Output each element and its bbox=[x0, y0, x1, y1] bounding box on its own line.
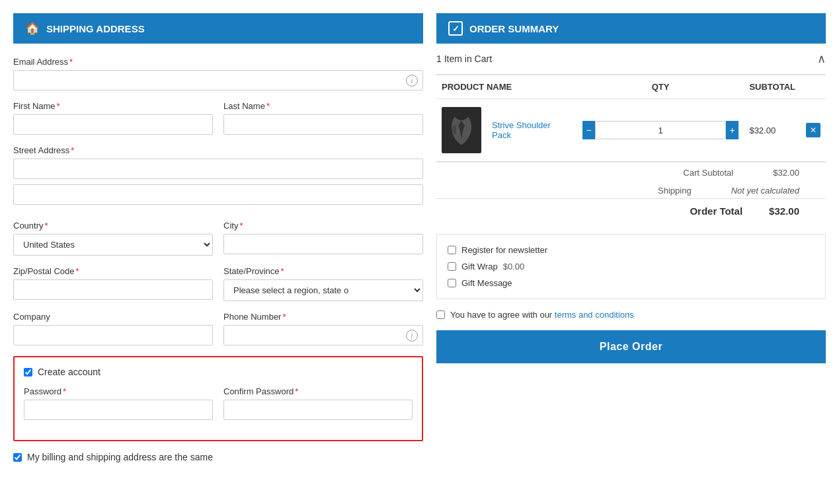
shipping-address-panel: 🏠 SHIPPING ADDRESS Email Address* i Firs… bbox=[13, 13, 423, 462]
order-summary-panel: ✓ ORDER SUMMARY 1 Item in Cart ∧ PRODUCT… bbox=[436, 13, 826, 462]
zip-state-row: Zip/Postal Code* State/Province* Please … bbox=[13, 266, 423, 301]
product-name-link[interactable]: Strive Shoulder Pack bbox=[492, 120, 551, 140]
col-product-name: PRODUCT NAME bbox=[436, 75, 577, 99]
newsletter-label: Register for newsletter bbox=[461, 245, 547, 255]
zip-input[interactable] bbox=[13, 279, 213, 300]
zip-group: Zip/Postal Code* bbox=[13, 266, 213, 301]
qty-input[interactable] bbox=[595, 121, 725, 139]
state-select[interactable]: Please select a region, state o bbox=[223, 279, 423, 301]
company-group: Company bbox=[13, 312, 213, 345]
gift-wrap-price: $0.00 bbox=[503, 262, 525, 271]
gift-message-checkbox[interactable] bbox=[448, 279, 456, 287]
qty-decrease-button[interactable]: − bbox=[582, 121, 596, 139]
gift-wrap-label: Gift Wrap bbox=[461, 262, 498, 271]
country-select[interactable]: United States bbox=[13, 234, 213, 256]
password-group: Password* bbox=[24, 386, 213, 420]
state-group: State/Province* Please select a region, … bbox=[223, 266, 423, 301]
shipping-row: Shipping Not yet calculated bbox=[436, 180, 826, 198]
order-summary-title: ORDER SUMMARY bbox=[469, 23, 559, 34]
col-qty: QTY bbox=[577, 75, 744, 99]
last-name-group: Last Name* bbox=[223, 101, 423, 135]
product-name-cell: Strive Shoulder Pack bbox=[487, 99, 577, 162]
email-group: Email Address* i bbox=[13, 57, 423, 90]
order-total-row: Order Total $32.00 bbox=[436, 198, 826, 223]
remove-item-button[interactable]: ✕ bbox=[806, 123, 820, 137]
newsletter-row: Register for newsletter bbox=[448, 245, 815, 255]
create-account-row: Create account bbox=[24, 367, 413, 377]
qty-cell: − + bbox=[577, 99, 744, 162]
terms-text: You have to agree with our terms and con… bbox=[450, 310, 634, 320]
phone-help-icon[interactable]: i bbox=[406, 330, 418, 342]
confirm-password-group: Confirm Password* bbox=[223, 386, 413, 420]
gift-message-label: Gift Message bbox=[461, 278, 512, 288]
name-row: First Name* Last Name* bbox=[13, 101, 423, 135]
terms-row: You have to agree with our terms and con… bbox=[436, 310, 826, 320]
street-address-line2[interactable] bbox=[13, 184, 423, 205]
cart-subtotal-value: $32.00 bbox=[773, 168, 799, 178]
order-total-label: Order Total bbox=[690, 205, 742, 217]
country-city-row: Country* United States City* bbox=[13, 221, 423, 256]
create-account-checkbox[interactable] bbox=[24, 368, 32, 377]
gift-message-row: Gift Message bbox=[448, 278, 815, 288]
email-label: Email Address* bbox=[13, 57, 423, 67]
password-input[interactable] bbox=[24, 400, 213, 420]
remove-cell: ✕ bbox=[801, 99, 826, 162]
order-total-value: $32.00 bbox=[769, 205, 799, 217]
terms-link[interactable]: terms and conditions bbox=[555, 310, 634, 320]
create-account-label: Create account bbox=[38, 367, 100, 377]
qty-control: − + bbox=[582, 121, 739, 139]
first-name-input[interactable] bbox=[13, 114, 213, 135]
place-order-button[interactable]: Place Order bbox=[436, 330, 826, 363]
confirm-password-input[interactable] bbox=[223, 400, 413, 420]
email-input[interactable] bbox=[13, 70, 423, 90]
newsletter-checkbox[interactable] bbox=[448, 246, 456, 254]
country-label: Country* bbox=[13, 221, 213, 231]
qty-increase-button[interactable]: + bbox=[726, 121, 739, 139]
city-input[interactable] bbox=[223, 234, 423, 254]
col-subtotal: SUBTOTAL bbox=[744, 75, 801, 99]
billing-shipping-row: My billing and shipping address are the … bbox=[13, 452, 423, 462]
password-row: Password* Confirm Password* bbox=[24, 386, 413, 431]
shipping-value: Not yet calculated bbox=[731, 186, 799, 196]
first-name-label: First Name* bbox=[13, 101, 213, 111]
gift-wrap-checkbox[interactable] bbox=[448, 262, 456, 271]
collapse-cart-icon[interactable]: ∧ bbox=[817, 52, 826, 66]
subtotal-cell: $32.00 bbox=[744, 99, 801, 162]
email-help-icon[interactable]: i bbox=[406, 75, 418, 87]
last-name-label: Last Name* bbox=[223, 101, 423, 111]
street-address-line1[interactable] bbox=[13, 159, 423, 179]
terms-checkbox[interactable] bbox=[436, 310, 445, 319]
confirm-password-label: Confirm Password* bbox=[223, 386, 413, 396]
zip-label: Zip/Postal Code* bbox=[13, 266, 213, 276]
phone-group: Phone Number* i bbox=[223, 312, 423, 345]
cart-count-row: 1 Item in Cart ∧ bbox=[436, 44, 826, 75]
cart-count-label: 1 Item in Cart bbox=[436, 54, 492, 64]
item-subtotal: $32.00 bbox=[749, 126, 776, 135]
street-address-group: Street Address* bbox=[13, 145, 423, 210]
shipping-address-title: SHIPPING ADDRESS bbox=[46, 23, 145, 34]
gift-wrap-row: Gift Wrap $0.00 bbox=[448, 262, 815, 271]
cart-subtotal-row: Cart Subtotal $32.00 bbox=[436, 162, 826, 180]
col-remove bbox=[801, 75, 826, 99]
home-icon: 🏠 bbox=[25, 21, 40, 36]
checkmark-icon: ✓ bbox=[448, 21, 463, 36]
phone-label: Phone Number* bbox=[223, 312, 423, 322]
phone-input[interactable] bbox=[223, 325, 423, 345]
last-name-input[interactable] bbox=[223, 114, 423, 135]
billing-same-label: My billing and shipping address are the … bbox=[27, 452, 213, 462]
shipping-label: Shipping bbox=[658, 186, 692, 196]
shipping-address-header: 🏠 SHIPPING ADDRESS bbox=[13, 13, 423, 44]
company-phone-row: Company Phone Number* i bbox=[13, 312, 423, 345]
order-summary-header: ✓ ORDER SUMMARY bbox=[436, 13, 826, 44]
state-label: State/Province* bbox=[223, 266, 423, 276]
street-address-label: Street Address* bbox=[13, 145, 423, 155]
first-name-group: First Name* bbox=[13, 101, 213, 135]
cart-subtotal-label: Cart Subtotal bbox=[683, 168, 733, 178]
password-label: Password* bbox=[24, 386, 213, 396]
billing-same-checkbox[interactable] bbox=[13, 453, 22, 462]
product-thumbnail bbox=[442, 107, 481, 153]
city-label: City* bbox=[223, 221, 423, 231]
company-input[interactable] bbox=[13, 325, 213, 345]
totals-section: Cart Subtotal $32.00 Shipping Not yet ca… bbox=[436, 162, 826, 223]
options-box: Register for newsletter Gift Wrap $0.00 … bbox=[436, 234, 826, 299]
